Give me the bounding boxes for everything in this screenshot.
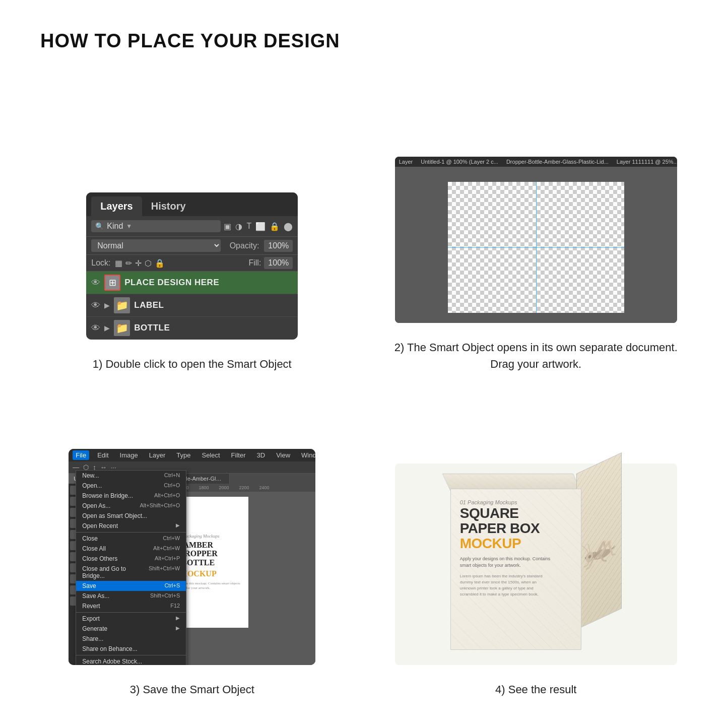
- menu-item-close-all[interactable]: Close All Alt+Ctrl+W: [76, 544, 186, 554]
- page-title: HOW TO PLACE YOUR DESIGN: [40, 30, 340, 52]
- menu-item-adobe-stock[interactable]: Search Adobe Stock...: [76, 656, 186, 665]
- menu-item-save[interactable]: Save Ctrl+S: [76, 581, 186, 591]
- menu-item-save-as[interactable]: Save As... Shift+Ctrl+S: [76, 591, 186, 601]
- menu-view[interactable]: View: [273, 450, 293, 460]
- history-tab[interactable]: History: [142, 196, 195, 216]
- doc-tab-dropper[interactable]: Dropper-Bottle-Amber-Glass-Plastic-Lid..…: [506, 159, 609, 165]
- menu-filter[interactable]: Filter: [228, 450, 249, 460]
- menu-separator-1: [76, 532, 186, 533]
- lock-artboard-icon[interactable]: ⬡: [145, 258, 152, 268]
- menu-item-open-recent[interactable]: Open Recent ▶: [76, 521, 186, 531]
- box-side-insect: 🦗: [581, 486, 617, 611]
- menu-select[interactable]: Select: [198, 450, 223, 460]
- eye-icon-bottle[interactable]: 👁: [91, 323, 100, 334]
- box-title-line2: PAPER BOX: [460, 521, 551, 536]
- text-filter-icon[interactable]: T: [246, 222, 251, 231]
- fill-value[interactable]: 100%: [264, 257, 293, 269]
- step-1-description: 1) Double click to open the Smart Object: [93, 356, 292, 372]
- menu-window[interactable]: Window: [298, 450, 315, 460]
- ps-fill-row: Fill: 100%: [248, 257, 293, 269]
- blend-mode-select[interactable]: Normal: [91, 239, 220, 252]
- steps-grid: Layers History 🔍 Kind ▼ ▣ ◑ T: [40, 77, 688, 698]
- menu-item-close[interactable]: Close Ctrl+W: [76, 534, 186, 544]
- doc-tab-untitled[interactable]: Untitled-1 @ 100% (Layer 2 c...: [421, 159, 498, 165]
- lock-paint-icon[interactable]: ✏: [125, 258, 132, 268]
- folder-icon-label: 📁: [116, 299, 128, 311]
- ps-blend-row: Normal Opacity: 100%: [86, 237, 298, 255]
- layer-arrow-bottle[interactable]: ▶: [104, 324, 110, 332]
- box-3d: 🦗 01 Packaging Mockups SQUARE PAPER BOX …: [450, 474, 622, 655]
- layer-name-bottle: BOTTLE: [134, 323, 170, 333]
- layer-row-design[interactable]: 👁 ⊞ PLACE DESIGN HERE: [86, 272, 298, 294]
- menu-item-export[interactable]: Export ▶: [76, 614, 186, 624]
- step-3-description: 3) Save the Smart Object: [130, 681, 254, 698]
- search-icon: 🔍: [95, 222, 104, 230]
- step-2-image: Layer Untitled-1 @ 100% (Layer 2 c... Dr…: [384, 77, 688, 323]
- menu-item-share[interactable]: Share...: [76, 634, 186, 644]
- ps-search-box[interactable]: 🔍 Kind ▼: [91, 220, 221, 232]
- ps-doc-header: Layer Untitled-1 @ 100% (Layer 2 c... Dr…: [395, 157, 677, 167]
- file-dropdown-menu: New... Ctrl+N Open... Ctrl+O Browse in B…: [76, 470, 186, 665]
- shape-filter-icon[interactable]: ⬜: [255, 222, 266, 231]
- menu-3d[interactable]: 3D: [254, 450, 269, 460]
- fill-label: Fill:: [248, 258, 261, 268]
- menu-item-revert[interactable]: Revert F12: [76, 601, 186, 611]
- search-dropdown-arrow: ▼: [126, 223, 132, 230]
- folder-thumb-bottle: 📁: [114, 320, 130, 336]
- lock-all-icon[interactable]: 🔒: [155, 258, 165, 268]
- menu-separator-2: [76, 612, 186, 613]
- layer-row-label[interactable]: 👁 ▶ 📁 LABEL: [86, 294, 298, 317]
- ps-panel-tabs: Layers History: [86, 192, 298, 216]
- menu-separator-3: [76, 655, 186, 655]
- ps-menubar: File Edit Image Layer Type Select Filter…: [69, 449, 315, 461]
- menu-item-new[interactable]: New... Ctrl+N: [76, 471, 186, 481]
- menu-item-browse-bridge[interactable]: Browse in Bridge... Alt+Ctrl+O: [76, 491, 186, 501]
- step-1-cell: Layers History 🔍 Kind ▼ ▣ ◑ T: [40, 77, 344, 372]
- lock-position-icon[interactable]: ✛: [135, 258, 142, 268]
- step-1-image: Layers History 🔍 Kind ▼ ▣ ◑ T: [40, 77, 344, 340]
- menu-item-share-behance[interactable]: Share on Behance...: [76, 644, 186, 654]
- adjust-filter-icon[interactable]: ◑: [235, 222, 242, 231]
- ps-canvas: [448, 182, 624, 313]
- menu-item-open-smart[interactable]: Open as Smart Object...: [76, 511, 186, 521]
- eye-icon-design[interactable]: 👁: [91, 278, 100, 288]
- menu-item-open[interactable]: Open... Ctrl+O: [76, 481, 186, 491]
- box-apply-text: Apply your designs on this mockup. Conta…: [460, 556, 551, 568]
- ps-doc-canvas-area: [395, 167, 677, 323]
- step-4-cell: 🦗 01 Packaging Mockups SQUARE PAPER BOX …: [384, 403, 688, 698]
- lock-transparency-icon[interactable]: ▦: [115, 258, 122, 268]
- ps-filter-icons: ▣ ◑ T ⬜ 🔒 ⬤: [224, 222, 293, 231]
- layer-row-bottle[interactable]: 👁 ▶ 📁 BOTTLE: [86, 317, 298, 340]
- smart-filter-icon[interactable]: 🔒: [270, 222, 280, 231]
- menu-item-generate[interactable]: Generate ▶: [76, 624, 186, 634]
- step-3-cell: File Edit Image Layer Type Select Filter…: [40, 403, 344, 698]
- menu-type[interactable]: Type: [173, 450, 193, 460]
- eye-icon-label[interactable]: 👁: [91, 300, 100, 311]
- box-title-line1: SQUARE: [460, 506, 551, 520]
- pixel-filter-icon[interactable]: ▣: [224, 222, 231, 231]
- page-container: HOW TO PLACE YOUR DESIGN Layers History …: [0, 0, 728, 728]
- menu-file[interactable]: File: [73, 450, 89, 460]
- menu-layer[interactable]: Layer: [146, 450, 169, 460]
- layers-tab[interactable]: Layers: [91, 196, 142, 216]
- step-2-description: 2) The Smart Object opens in its own sep…: [384, 339, 688, 372]
- menu-item-close-others[interactable]: Close Others Alt+Ctrl+P: [76, 554, 186, 564]
- box-mockup-word: MOCKUP: [460, 537, 551, 551]
- folder-icon-bottle: 📁: [116, 322, 128, 334]
- menu-edit[interactable]: Edit: [94, 450, 111, 460]
- ps-app-window: File Edit Image Layer Type Select Filter…: [69, 449, 315, 665]
- layer-name-label: LABEL: [134, 300, 164, 310]
- box-lorem-text: Lorem ipsum has been the industry's stan…: [460, 573, 551, 598]
- layer-arrow-label[interactable]: ▶: [104, 301, 110, 309]
- lock-icons: ▦ ✏ ✛ ⬡ 🔒: [115, 258, 165, 268]
- menu-image[interactable]: Image: [117, 450, 141, 460]
- box-text-content: 01 Packaging Mockups SQUARE PAPER BOX MO…: [460, 499, 551, 598]
- step-4-image: 🦗 01 Packaging Mockups SQUARE PAPER BOX …: [384, 403, 688, 665]
- opacity-value[interactable]: 100%: [264, 240, 293, 252]
- ps-layers-panel: Layers History 🔍 Kind ▼ ▣ ◑ T: [86, 192, 298, 340]
- circle-filter-icon[interactable]: ⬤: [284, 222, 293, 231]
- menu-item-close-bridge[interactable]: Close and Go to Bridge... Shift+Ctrl+W: [76, 564, 186, 581]
- smart-object-thumb: ⊞: [104, 275, 120, 291]
- doc-tab-layer2[interactable]: Layer 1111111 @ 25%...: [617, 159, 677, 165]
- menu-item-open-as[interactable]: Open As... Alt+Shift+Ctrl+O: [76, 501, 186, 511]
